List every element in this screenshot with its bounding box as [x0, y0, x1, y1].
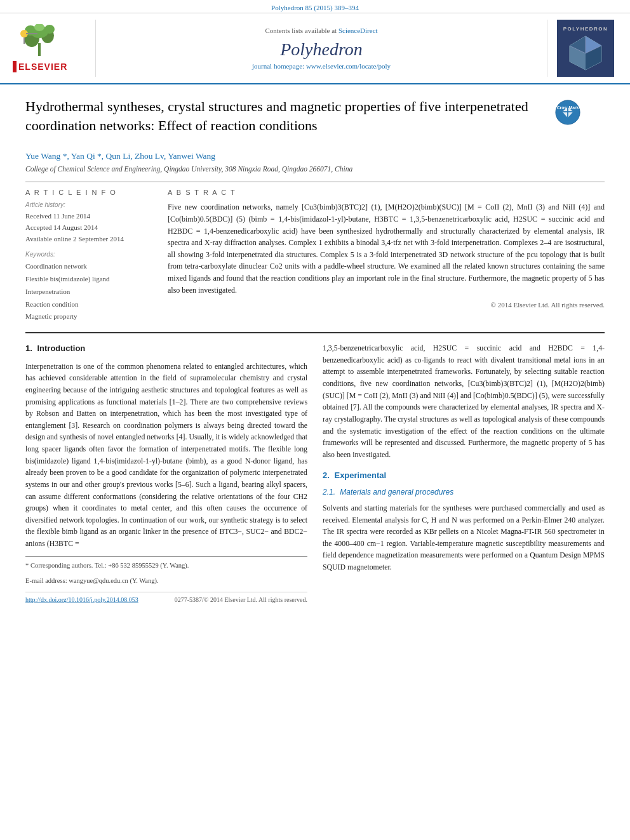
- exp-num: 2.: [323, 470, 330, 480]
- footnote-email: E-mail address: wangyue@qdu.edu.cn (Y. W…: [25, 576, 307, 587]
- affiliation: College of Chemical Science and Engineer…: [25, 165, 605, 173]
- experimental-section: 2. Experimental 2.1. Materials and gener…: [323, 469, 605, 573]
- keywords-section: Keywords: Coordination network Flexible …: [25, 251, 152, 323]
- exp-paragraph-1: Solvents and starting materials for the …: [323, 502, 605, 573]
- doi-link[interactable]: http://dx.doi.org/10.1016/j.poly.2014.08…: [25, 595, 138, 605]
- article-info-label: A R T I C L E I N F O: [25, 189, 152, 196]
- copyright: © 2014 Elsevier Ltd. All rights reserved…: [168, 301, 605, 309]
- doi-area: http://dx.doi.org/10.1016/j.poly.2014.08…: [25, 592, 307, 605]
- footnote-area: * Corresponding authors. Tel.: +86 532 8…: [25, 556, 307, 587]
- abstract-text: Five new coordination networks, namely […: [168, 201, 605, 296]
- svg-rect-9: [23, 37, 25, 44]
- body-col-left: 1. Introduction Interpenetration is one …: [25, 342, 307, 605]
- body-col-right: 1,3,5-benzenetricarboxylic acid, H2SUC =…: [323, 342, 605, 605]
- journal-citation: Polyhedron 85 (2015) 389–394: [271, 4, 359, 11]
- article-info-col: A R T I C L E I N F O Article history: R…: [25, 189, 152, 323]
- footnote-star: * Corresponding authors. Tel.: +86 532 8…: [25, 561, 307, 571]
- contents-line: Contents lists available at ScienceDirec…: [265, 27, 377, 34]
- authors-text: Yue Wang *, Yan Qi *, Qun Li, Zhou Lv, Y…: [25, 151, 215, 161]
- exp-sub-title-text: Materials and general procedures: [337, 488, 453, 497]
- polyhedron-badge: POLYHEDRON: [557, 20, 614, 77]
- article-area: Hydrothermal syntheses, crystal structur…: [0, 84, 630, 618]
- issn-text: 0277-5387/© 2014 Elsevier Ltd. All right…: [175, 595, 307, 605]
- sciencedirect-link[interactable]: ScienceDirect: [338, 27, 378, 34]
- badge-title: POLYHEDRON: [563, 26, 608, 32]
- journal-top-bar: Polyhedron 85 (2015) 389–394: [0, 0, 630, 13]
- article-info-abstract: A R T I C L E I N F O Article history: R…: [25, 189, 605, 323]
- elsevier-label: ELSEVIER: [13, 61, 67, 72]
- section-divider: [25, 332, 605, 333]
- crossmark-icon: CrossMark: [555, 100, 580, 125]
- exp-sub-num: 2.1.: [323, 488, 335, 497]
- elsevier-wordmark: ELSEVIER: [18, 62, 67, 72]
- abstract-col: A B S T R A C T Five new coordination ne…: [168, 189, 605, 323]
- exp-title-text: Experimental: [332, 470, 386, 480]
- intro-title-text: Introduction: [34, 343, 85, 353]
- intro-paragraph-1: Interpenetration is one of the common ph…: [25, 361, 307, 550]
- journal-center-header: Contents lists available at ScienceDirec…: [95, 20, 547, 77]
- authors-line: Yue Wang *, Yan Qi *, Qun Li, Zhou Lv, Y…: [25, 151, 605, 161]
- intro-paragraph-2: 1,3,5-benzenetricarboxylic acid, H2SUC =…: [323, 342, 605, 460]
- keyword-2: Flexible bis(imidazole) ligand: [25, 273, 152, 286]
- exp-sub-heading: 2.1. Materials and general procedures: [323, 486, 605, 498]
- crossmark-area: CrossMark: [555, 100, 580, 128]
- history-label: Article history:: [25, 201, 152, 208]
- journal-header: ELSEVIER Contents lists available at Sci…: [0, 13, 630, 84]
- polyhedron-crystal-icon: [566, 33, 605, 71]
- keyword-5: Magnetic property: [25, 310, 152, 323]
- svg-point-5: [44, 25, 55, 34]
- header-divider: [25, 182, 605, 182]
- article-history: Article history: Received 11 June 2014 A…: [25, 201, 152, 244]
- footnote-email-text: E-mail address: wangyue@qdu.edu.cn (Y. W…: [25, 577, 159, 584]
- intro-heading: 1. Introduction: [25, 342, 307, 356]
- journal-badge-area: POLYHEDRON: [554, 20, 617, 77]
- abstract-label: A B S T R A C T: [168, 189, 605, 196]
- keywords-label: Keywords:: [25, 251, 152, 258]
- elsevier-logo: ELSEVIER: [13, 24, 89, 72]
- svg-rect-0: [38, 43, 41, 56]
- experimental-heading: 2. Experimental: [323, 469, 605, 483]
- accepted-date: Accepted 14 August 2014: [25, 222, 152, 234]
- journal-name: Polyhedron: [280, 39, 363, 60]
- intro-section: 1. Introduction Interpenetration is one …: [25, 342, 307, 550]
- received-date: Received 11 June 2014: [25, 211, 152, 222]
- intro-num: 1.: [25, 343, 32, 353]
- elsevier-branding: ELSEVIER: [13, 20, 89, 77]
- article-title: Hydrothermal syntheses, crystal structur…: [25, 97, 546, 135]
- journal-homepage: journal homepage: www.elsevier.com/locat…: [252, 62, 391, 70]
- available-date: Available online 2 September 2014: [25, 234, 152, 245]
- keyword-1: Coordination network: [25, 260, 152, 273]
- elsevier-tree-icon: [13, 24, 70, 59]
- keyword-3: Interpenetration: [25, 286, 152, 298]
- svg-rect-8: [26, 33, 37, 34]
- keyword-4: Reaction condition: [25, 298, 152, 311]
- body-content: 1. Introduction Interpenetration is one …: [25, 342, 605, 605]
